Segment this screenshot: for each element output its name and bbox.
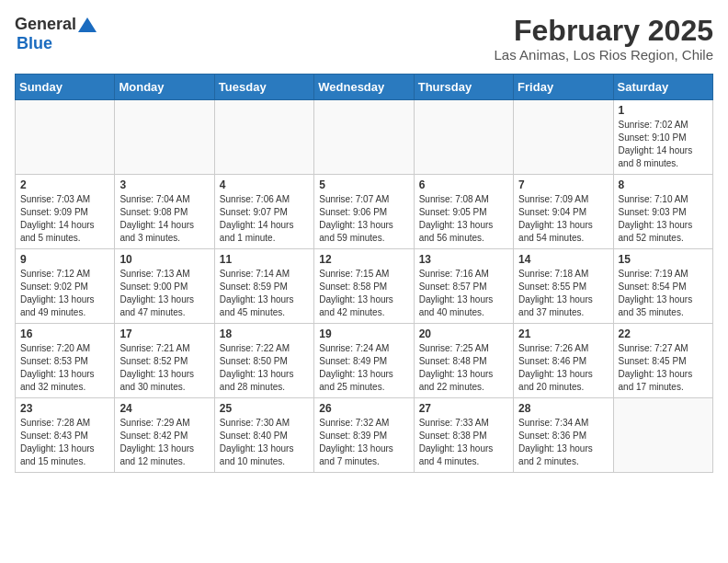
calendar-cell: 20Sunrise: 7:25 AM Sunset: 8:48 PM Dayli… — [414, 324, 513, 398]
day-info: Sunrise: 7:12 AM Sunset: 9:02 PM Dayligh… — [20, 268, 109, 319]
month-title: February 2025 — [495, 15, 713, 47]
day-info: Sunrise: 7:02 AM Sunset: 9:10 PM Dayligh… — [619, 119, 708, 170]
calendar-row: 1Sunrise: 7:02 AM Sunset: 9:10 PM Daylig… — [16, 100, 713, 175]
weekday-header: Tuesday — [214, 75, 313, 100]
day-number: 27 — [419, 402, 508, 415]
day-number: 1 — [619, 104, 708, 117]
day-info: Sunrise: 7:34 AM Sunset: 8:36 PM Dayligh… — [518, 417, 608, 468]
day-info: Sunrise: 7:21 AM Sunset: 8:52 PM Dayligh… — [119, 342, 209, 394]
day-info: Sunrise: 7:32 AM Sunset: 8:39 PM Dayligh… — [319, 417, 408, 468]
day-info: Sunrise: 7:24 AM Sunset: 8:49 PM Dayligh… — [319, 342, 408, 394]
calendar-cell: 22Sunrise: 7:27 AM Sunset: 8:45 PM Dayli… — [613, 324, 712, 398]
day-number: 9 — [20, 253, 109, 266]
day-number: 4 — [220, 178, 309, 191]
day-info: Sunrise: 7:09 AM Sunset: 9:04 PM Dayligh… — [518, 193, 608, 245]
day-info: Sunrise: 7:22 AM Sunset: 8:50 PM Dayligh… — [220, 342, 309, 394]
calendar-cell — [514, 100, 613, 175]
calendar-cell: 27Sunrise: 7:33 AM Sunset: 8:38 PM Dayli… — [414, 398, 513, 473]
day-info: Sunrise: 7:19 AM Sunset: 8:54 PM Dayligh… — [619, 268, 708, 319]
day-number: 21 — [518, 327, 608, 340]
calendar-cell: 21Sunrise: 7:26 AM Sunset: 8:46 PM Dayli… — [514, 324, 613, 398]
calendar-cell: 7Sunrise: 7:09 AM Sunset: 9:04 PM Daylig… — [514, 175, 613, 249]
location-title: Las Animas, Los Rios Region, Chile — [495, 47, 713, 63]
calendar-cell: 14Sunrise: 7:18 AM Sunset: 8:55 PM Dayli… — [514, 249, 613, 324]
day-number: 8 — [619, 178, 708, 191]
day-number: 25 — [220, 402, 309, 415]
day-number: 10 — [119, 253, 209, 266]
calendar-cell: 6Sunrise: 7:08 AM Sunset: 9:05 PM Daylig… — [414, 175, 513, 249]
day-number: 7 — [518, 178, 608, 191]
calendar-cell: 12Sunrise: 7:15 AM Sunset: 8:58 PM Dayli… — [314, 249, 414, 324]
calendar-cell: 5Sunrise: 7:07 AM Sunset: 9:06 PM Daylig… — [314, 175, 414, 249]
calendar-cell: 1Sunrise: 7:02 AM Sunset: 9:10 PM Daylig… — [613, 100, 712, 175]
logo-general-text: General — [15, 15, 76, 34]
calendar-cell: 13Sunrise: 7:16 AM Sunset: 8:57 PM Dayli… — [414, 249, 513, 324]
day-number: 16 — [20, 327, 109, 340]
calendar-header-row: SundayMondayTuesdayWednesdayThursdayFrid… — [16, 75, 713, 100]
weekday-header: Thursday — [414, 75, 513, 100]
day-number: 23 — [20, 402, 109, 415]
day-info: Sunrise: 7:29 AM Sunset: 8:42 PM Dayligh… — [119, 417, 209, 468]
day-number: 12 — [319, 253, 408, 266]
day-info: Sunrise: 7:07 AM Sunset: 9:06 PM Dayligh… — [319, 193, 408, 245]
calendar-cell: 19Sunrise: 7:24 AM Sunset: 8:49 PM Dayli… — [314, 324, 414, 398]
calendar-table: SundayMondayTuesdayWednesdayThursdayFrid… — [15, 74, 713, 473]
calendar-cell: 4Sunrise: 7:06 AM Sunset: 9:07 PM Daylig… — [214, 175, 313, 249]
day-number: 5 — [319, 178, 408, 191]
day-info: Sunrise: 7:27 AM Sunset: 8:45 PM Dayligh… — [619, 342, 708, 394]
svg-marker-0 — [78, 17, 97, 32]
weekday-header: Friday — [514, 75, 613, 100]
day-info: Sunrise: 7:04 AM Sunset: 9:08 PM Dayligh… — [119, 193, 209, 245]
day-info: Sunrise: 7:30 AM Sunset: 8:40 PM Dayligh… — [220, 417, 309, 468]
calendar-cell — [115, 100, 214, 175]
day-info: Sunrise: 7:06 AM Sunset: 9:07 PM Dayligh… — [220, 193, 309, 245]
calendar-row: 2Sunrise: 7:03 AM Sunset: 9:09 PM Daylig… — [16, 175, 713, 249]
day-number: 3 — [119, 178, 209, 191]
calendar-cell: 28Sunrise: 7:34 AM Sunset: 8:36 PM Dayli… — [514, 398, 613, 473]
day-info: Sunrise: 7:20 AM Sunset: 8:53 PM Dayligh… — [20, 342, 109, 394]
calendar-cell: 18Sunrise: 7:22 AM Sunset: 8:50 PM Dayli… — [214, 324, 313, 398]
day-info: Sunrise: 7:18 AM Sunset: 8:55 PM Dayligh… — [518, 268, 608, 319]
day-number: 15 — [619, 253, 708, 266]
title-block: February 2025 Las Animas, Los Rios Regio… — [495, 15, 713, 63]
calendar-cell — [414, 100, 513, 175]
calendar-row: 9Sunrise: 7:12 AM Sunset: 9:02 PM Daylig… — [16, 249, 713, 324]
day-number: 18 — [220, 327, 309, 340]
day-number: 22 — [619, 327, 708, 340]
day-info: Sunrise: 7:13 AM Sunset: 9:00 PM Dayligh… — [119, 268, 209, 319]
calendar-cell: 3Sunrise: 7:04 AM Sunset: 9:08 PM Daylig… — [115, 175, 214, 249]
calendar-cell: 16Sunrise: 7:20 AM Sunset: 8:53 PM Dayli… — [16, 324, 115, 398]
calendar-cell — [314, 100, 414, 175]
calendar-cell: 26Sunrise: 7:32 AM Sunset: 8:39 PM Dayli… — [314, 398, 414, 473]
calendar-cell: 2Sunrise: 7:03 AM Sunset: 9:09 PM Daylig… — [16, 175, 115, 249]
weekday-header: Monday — [115, 75, 214, 100]
calendar-cell: 25Sunrise: 7:30 AM Sunset: 8:40 PM Dayli… — [214, 398, 313, 473]
calendar-cell: 24Sunrise: 7:29 AM Sunset: 8:42 PM Dayli… — [115, 398, 214, 473]
calendar-cell: 9Sunrise: 7:12 AM Sunset: 9:02 PM Daylig… — [16, 249, 115, 324]
day-info: Sunrise: 7:14 AM Sunset: 8:59 PM Dayligh… — [220, 268, 309, 319]
weekday-header: Saturday — [613, 75, 712, 100]
day-number: 24 — [119, 402, 209, 415]
day-number: 17 — [119, 327, 209, 340]
day-info: Sunrise: 7:15 AM Sunset: 8:58 PM Dayligh… — [319, 268, 408, 319]
calendar-cell: 8Sunrise: 7:10 AM Sunset: 9:03 PM Daylig… — [613, 175, 712, 249]
day-number: 13 — [419, 253, 508, 266]
day-number: 28 — [518, 402, 608, 415]
calendar-cell: 23Sunrise: 7:28 AM Sunset: 8:43 PM Dayli… — [16, 398, 115, 473]
weekday-header: Sunday — [16, 75, 115, 100]
day-info: Sunrise: 7:08 AM Sunset: 9:05 PM Dayligh… — [419, 193, 508, 245]
logo-blue-text: Blue — [17, 34, 52, 53]
calendar-cell: 10Sunrise: 7:13 AM Sunset: 9:00 PM Dayli… — [115, 249, 214, 324]
logo: General Blue — [15, 15, 97, 53]
day-number: 26 — [319, 402, 408, 415]
day-info: Sunrise: 7:16 AM Sunset: 8:57 PM Dayligh… — [419, 268, 508, 319]
day-info: Sunrise: 7:25 AM Sunset: 8:48 PM Dayligh… — [419, 342, 508, 394]
day-info: Sunrise: 7:33 AM Sunset: 8:38 PM Dayligh… — [419, 417, 508, 468]
calendar-cell — [214, 100, 313, 175]
day-number: 20 — [419, 327, 508, 340]
day-info: Sunrise: 7:26 AM Sunset: 8:46 PM Dayligh… — [518, 342, 608, 394]
day-number: 11 — [220, 253, 309, 266]
calendar-cell: 15Sunrise: 7:19 AM Sunset: 8:54 PM Dayli… — [613, 249, 712, 324]
calendar-row: 16Sunrise: 7:20 AM Sunset: 8:53 PM Dayli… — [16, 324, 713, 398]
calendar-cell — [16, 100, 115, 175]
